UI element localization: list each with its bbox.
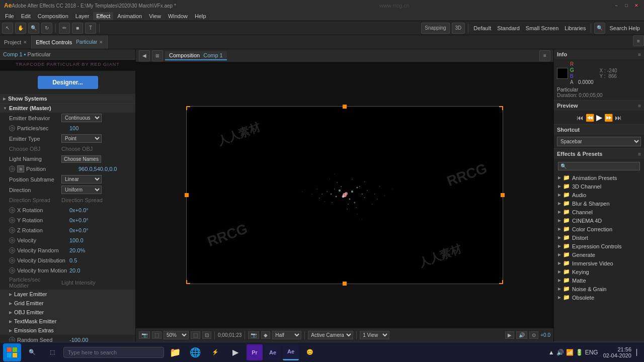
emitter-behavior-select[interactable]: Continuous Explode: [61, 114, 102, 122]
direction-select[interactable]: Uniform Directional: [61, 186, 102, 194]
random-seed-stopwatch[interactable]: ◷: [9, 337, 15, 342]
position-stopwatch[interactable]: ◷: [9, 166, 15, 172]
ep-matte[interactable]: ▶ 📁 Matte: [554, 276, 644, 285]
random-seed-value[interactable]: -100.00: [69, 337, 88, 342]
choose-names-button[interactable]: Choose Names: [61, 155, 101, 163]
step-fwd-btn[interactable]: ⏩: [604, 114, 613, 122]
ep-3d-channel[interactable]: ▶ 📁 3D Channel: [554, 182, 644, 191]
z-rotation-stopwatch[interactable]: ◷: [9, 227, 15, 233]
ep-distort[interactable]: ▶ 📁 Distort: [554, 233, 644, 242]
tool-3d[interactable]: 3D: [452, 23, 465, 34]
tb-premiere[interactable]: Pr: [247, 344, 263, 360]
particles-sec-stopwatch[interactable]: ◷: [9, 125, 15, 131]
tool-snapping[interactable]: Snapping: [421, 23, 449, 34]
z-rotation-value[interactable]: 0x+0.0°: [69, 227, 89, 233]
always-preview-btn[interactable]: 📷: [139, 331, 150, 339]
emission-extras-header[interactable]: ▶ Emission Extras: [0, 326, 135, 335]
y-rotation-stopwatch[interactable]: ◷: [9, 217, 15, 223]
effects-search-input[interactable]: [558, 162, 640, 170]
velocity-dist-stopwatch[interactable]: ◷: [9, 257, 15, 263]
preview-quality-btn[interactable]: ◆: [261, 331, 270, 339]
search-button[interactable]: 🔍: [594, 23, 605, 34]
tool-text[interactable]: T: [85, 23, 96, 34]
ep-keying[interactable]: ▶ 📁 Keying: [554, 267, 644, 276]
tb-taskview-icon[interactable]: ⬚: [43, 343, 61, 361]
velocity-stopwatch[interactable]: ◷: [9, 237, 15, 243]
ep-animation-presets[interactable]: ▶ 📁 Animation Presets: [554, 173, 644, 182]
camera-btn[interactable]: 📷: [248, 331, 259, 339]
textmask-emitter-header[interactable]: ▶ TextMask Emitter: [0, 317, 135, 326]
minimize-button[interactable]: −: [613, 2, 620, 9]
emitter-type-select[interactable]: Point Box Sphere: [61, 134, 102, 143]
comp-panel-icon[interactable]: ⊞: [152, 50, 163, 61]
layer-emitter-header[interactable]: ▶ Layer Emitter: [0, 290, 135, 299]
menu-composition[interactable]: Composition: [35, 12, 71, 20]
start-button[interactable]: [3, 343, 21, 361]
show-desktop-btn[interactable]: ▏: [636, 349, 641, 356]
comp-panel-left[interactable]: ◀: [139, 50, 150, 61]
comp-tab-main[interactable]: Composition Comp 1: [165, 51, 227, 60]
shortcut-header[interactable]: Shortcut: [554, 125, 644, 135]
maximize-button[interactable]: □: [623, 2, 630, 9]
tb-file-explorer[interactable]: 📁: [166, 343, 184, 361]
tb-extra[interactable]: 😊: [301, 343, 319, 361]
show-systems-header[interactable]: ▶ Show Systems: [0, 94, 135, 103]
taskbar-search-input[interactable]: [63, 347, 164, 358]
ep-channel[interactable]: ▶ 📁 Channel: [554, 208, 644, 216]
tool-pen[interactable]: ✏: [59, 23, 70, 34]
tray-battery[interactable]: 🔋: [576, 349, 583, 356]
obj-emitter-header[interactable]: ▶ OBJ Emitter: [0, 308, 135, 317]
resolution-toggle[interactable]: ⬚: [191, 331, 200, 339]
tb-media-player[interactable]: ▶: [226, 343, 245, 361]
tool-shape[interactable]: ■: [72, 23, 83, 34]
menu-file[interactable]: File: [2, 12, 17, 20]
comp-menu-btn[interactable]: ≡: [539, 50, 550, 61]
ep-immersive-video[interactable]: ▶ 📁 Immersive Video: [554, 259, 644, 267]
safe-zones-btn[interactable]: ⊡: [202, 331, 211, 339]
tray-sound[interactable]: 🔊: [556, 349, 564, 356]
ep-blur-sharpen[interactable]: ▶ 📁 Blur & Sharpen: [554, 199, 644, 208]
tb-ae2[interactable]: Ae: [283, 344, 299, 360]
menu-view[interactable]: View: [146, 12, 164, 20]
step-back-btn[interactable]: ⏪: [586, 114, 594, 122]
velocity-dist-value[interactable]: 0.5: [69, 257, 77, 263]
position-subframe-select[interactable]: Linear None: [61, 175, 102, 184]
exposure-btn[interactable]: ⊙: [529, 331, 538, 339]
ep-generate[interactable]: ▶ 📁 Generate: [554, 250, 644, 259]
position-value[interactable]: 960.0,540.0,0.0: [78, 166, 117, 172]
shortcut-select[interactable]: Spacebar: [557, 137, 641, 146]
panel-menu-btn[interactable]: ≡: [633, 35, 644, 46]
velocity-motion-stopwatch[interactable]: ◷: [9, 267, 15, 274]
grid-emitter-header[interactable]: ▶ Grid Emitter: [0, 299, 135, 308]
info-header[interactable]: Info ≡: [554, 49, 644, 59]
velocity-value[interactable]: 100.0: [69, 237, 84, 243]
velocity-random-stopwatch[interactable]: ◷: [9, 247, 15, 253]
tool-select[interactable]: ↖: [2, 23, 13, 34]
effects-presets-header[interactable]: Effects & Presets ≡: [554, 149, 644, 159]
menu-animation[interactable]: Animation: [114, 12, 145, 20]
particles-sec-value[interactable]: 100: [69, 125, 78, 131]
info-menu[interactable]: ≡: [638, 52, 641, 57]
tab-close-effect[interactable]: ✕: [99, 40, 103, 45]
views-count-select[interactable]: 1 View2 Views4 Views: [360, 331, 389, 339]
zoom-select[interactable]: 50%100%200%: [164, 331, 189, 339]
first-frame-btn[interactable]: ⏮: [577, 114, 584, 122]
close-button[interactable]: ✕: [633, 2, 640, 9]
tb-app1[interactable]: ⚡: [206, 343, 224, 361]
ep-audio[interactable]: ▶ 📁 Audio: [554, 191, 644, 199]
y-rotation-value[interactable]: 0x+0.0°: [69, 217, 89, 223]
play-btn[interactable]: ▶: [596, 113, 602, 122]
ep-cinema4d[interactable]: ▶ 📁 CINEMA 4D: [554, 216, 644, 225]
velocity-random-value[interactable]: 20.0%: [69, 247, 85, 253]
render-btn[interactable]: ▶: [505, 331, 514, 339]
emitter-master-header[interactable]: ▼ Emitter (Master): [0, 104, 135, 113]
tab-project[interactable]: Project ✕: [0, 35, 32, 49]
velocity-motion-value[interactable]: 20.0: [69, 267, 80, 274]
menu-effect[interactable]: Effect: [93, 12, 113, 20]
tab-effect-controls[interactable]: Effect Controls Particular ✕: [32, 35, 108, 49]
designer-button[interactable]: Designer...: [38, 76, 98, 89]
menu-window[interactable]: Window: [165, 12, 191, 20]
audio-btn[interactable]: 🔊: [516, 331, 527, 339]
menu-edit[interactable]: Edit: [18, 12, 34, 20]
resolution-select[interactable]: HalfFullQuarter: [272, 331, 301, 339]
